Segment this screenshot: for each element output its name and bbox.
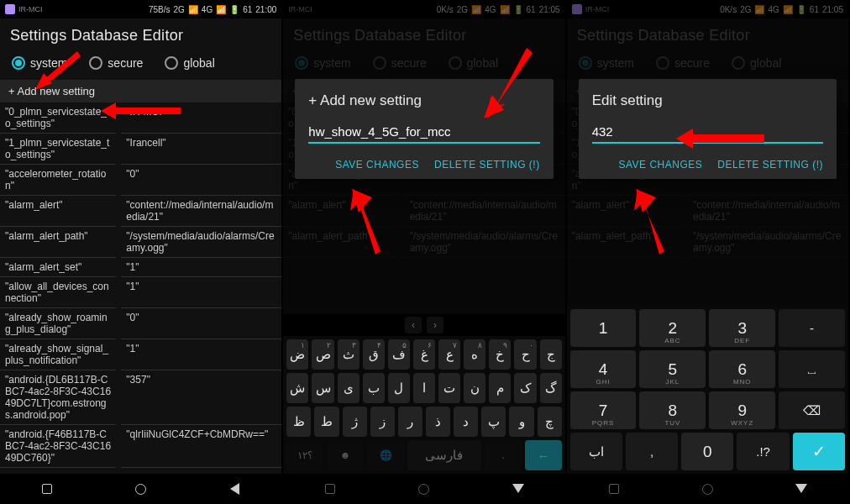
key[interactable]: ۱ض — [286, 339, 308, 370]
table-row[interactable]: "android.{F46B117B-CBC7-4ac2-8F3C-43C164… — [0, 425, 281, 468]
key[interactable]: ژ — [343, 407, 367, 437]
edit-setting-dialog: Edit setting SAVE CHANGES DELETE SETTING… — [579, 79, 837, 179]
key[interactable]: ر — [398, 407, 422, 437]
key[interactable]: ج — [540, 339, 562, 370]
nav-bar — [0, 474, 281, 504]
key[interactable]: ی — [338, 373, 359, 403]
table-row[interactable]: "android.{DL6B117B-CBC7-4ac2-8F3C-43C164… — [0, 370, 281, 425]
setting-value-input[interactable] — [592, 121, 823, 144]
key[interactable]: ط — [314, 407, 338, 437]
delete-button[interactable]: DELETE SETTING (!) — [717, 159, 823, 171]
delete-button[interactable]: DELETE SETTING (!) — [434, 159, 540, 171]
key[interactable]: ۰ح — [514, 339, 536, 370]
key[interactable]: ۷ع — [438, 339, 460, 370]
table-row[interactable]: "accelerometer_rotation""0" — [0, 165, 281, 196]
tab-secure[interactable]: secure — [89, 56, 143, 70]
settings-list[interactable]: "0_plmn_servicestate_to_settings""IR-MCI… — [0, 102, 281, 474]
tab-global[interactable]: global — [165, 56, 214, 70]
add-setting-dialog: + Add new setting SAVE CHANGES DELETE SE… — [295, 79, 553, 179]
key[interactable]: ۴ق — [363, 339, 385, 370]
dialog-title: + Add new setting — [308, 92, 539, 109]
numkey[interactable]: 6MNO — [709, 350, 775, 388]
numkey[interactable]: 9WXYZ — [709, 391, 775, 429]
key[interactable]: ذ — [426, 407, 450, 437]
numkey[interactable]: ⎵ — [779, 350, 845, 388]
key[interactable]: ۳ث — [338, 339, 359, 370]
numkey[interactable]: ⌫ — [779, 391, 845, 429]
numkey[interactable]: 1 — [570, 309, 637, 347]
numkey[interactable]: 3DEF — [709, 309, 775, 347]
key[interactable]: ب — [363, 373, 385, 403]
key[interactable]: چ — [538, 407, 562, 437]
table-row[interactable]: "already_show_signal_plus_notification""… — [0, 339, 281, 370]
status-bar: IR-MCI 75B/s 2G📶 4G📶 🔋61 21:00 — [0, 0, 281, 18]
table-row[interactable]: "alarm_alert_set""1" — [0, 258, 281, 277]
app-icon — [5, 4, 15, 14]
app-title: Settings Database Editor — [0, 18, 281, 56]
table-row[interactable]: "alarm_alert""content://media/internal/a… — [0, 196, 281, 227]
key[interactable]: ش — [286, 373, 308, 403]
add-new-setting[interactable]: + Add new setting — [0, 80, 281, 102]
table-row[interactable]: "0_plmn_servicestate_to_settings""IR-MCI… — [0, 102, 281, 134]
key[interactable]: ل — [388, 373, 410, 403]
phone-3: IR-MCI 0K/s 2G📶 4G📶 🔋61 21:05 Settings D… — [567, 0, 850, 504]
setting-name-input[interactable] — [308, 121, 539, 144]
tabs: system secure global — [0, 56, 281, 80]
key[interactable]: ک — [514, 373, 536, 403]
key[interactable]: ا — [413, 373, 435, 403]
table-row[interactable]: "allow_all_devices_connection""1" — [0, 277, 281, 308]
phone-1: IR-MCI 75B/s 2G📶 4G📶 🔋61 21:00 Settings … — [0, 0, 283, 504]
key[interactable]: ۵ف — [388, 339, 410, 370]
key[interactable]: س — [312, 373, 333, 403]
table-row[interactable]: "already_show_roaming_plus_dialog""0" — [0, 308, 281, 339]
numkey[interactable]: اب — [570, 433, 622, 470]
numkey[interactable]: .!? — [737, 433, 789, 470]
save-button[interactable]: SAVE CHANGES — [335, 159, 419, 171]
numkey[interactable]: 5JKL — [639, 350, 706, 388]
numkey[interactable]: 8TUV — [639, 391, 706, 429]
key[interactable]: ز — [370, 407, 395, 437]
key[interactable]: ن — [464, 373, 485, 403]
key[interactable]: د — [454, 407, 478, 437]
key[interactable]: پ — [481, 407, 506, 437]
nav-back[interactable] — [794, 481, 809, 496]
nav-home[interactable] — [134, 481, 149, 496]
key[interactable]: ۸ه — [464, 339, 485, 370]
nav-recent[interactable] — [39, 481, 55, 496]
numkey[interactable]: ✓ — [793, 433, 845, 470]
table-row[interactable]: "alarm_alert_path""/system/media/audio/a… — [0, 227, 281, 258]
save-button[interactable]: SAVE CHANGES — [618, 159, 702, 171]
key[interactable]: م — [489, 373, 511, 403]
dialog-title: Edit setting — [592, 92, 823, 109]
numkey[interactable]: - — [779, 309, 845, 347]
numkey[interactable]: , — [626, 433, 678, 470]
numkey[interactable]: 4GHI — [570, 350, 637, 388]
key[interactable]: ۶غ — [413, 339, 435, 370]
numkey[interactable]: 2ABC — [639, 309, 706, 347]
key[interactable]: ت — [438, 373, 460, 403]
tab-system[interactable]: system — [12, 56, 67, 70]
phone-2: IR-MCI 0K/s 2G📶 4G📶 🔋61 21:05 Settings D… — [283, 0, 566, 504]
table-row[interactable]: "1_plmn_servicestate_to_settings""Irance… — [0, 134, 281, 165]
key[interactable]: ظ — [286, 407, 311, 437]
key[interactable]: و — [509, 407, 533, 437]
key[interactable]: گ — [540, 373, 562, 403]
nav-back[interactable] — [511, 481, 526, 496]
key[interactable]: ۹خ — [489, 339, 511, 370]
nav-back[interactable] — [227, 481, 242, 496]
key[interactable]: ۲ص — [312, 339, 333, 370]
numkey[interactable]: 0 — [681, 433, 733, 470]
numkey[interactable]: 7PQRS — [570, 391, 637, 429]
